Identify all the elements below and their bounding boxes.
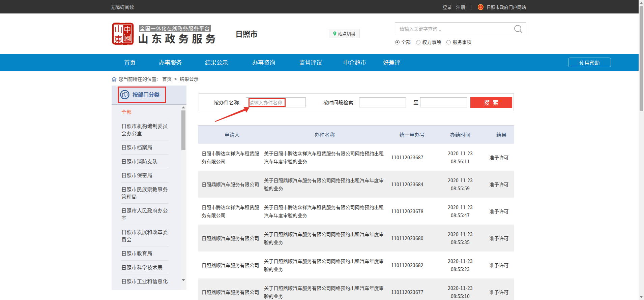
svg-text:國: 國 bbox=[125, 34, 130, 42]
svg-text:東: 東 bbox=[114, 33, 122, 45]
svg-text:中: 中 bbox=[124, 24, 131, 34]
